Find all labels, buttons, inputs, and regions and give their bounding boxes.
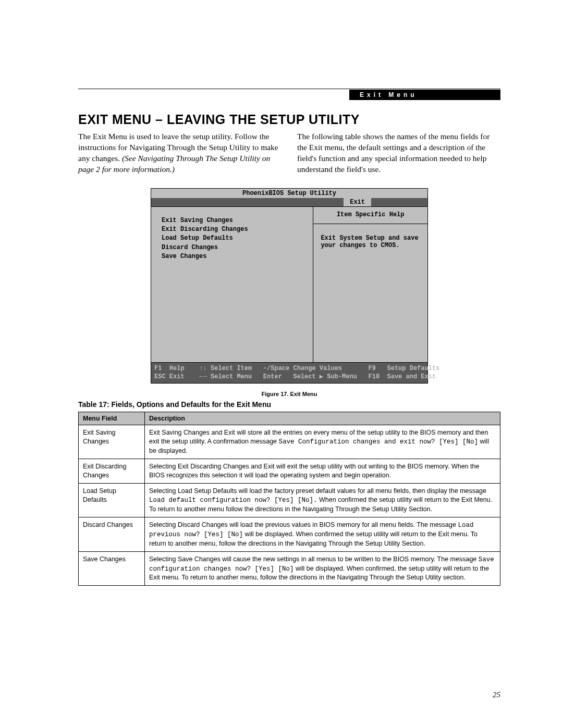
bios-footer-row2: ESC Exit ←→ Select Menu Enter Select ▶ S… <box>154 373 424 381</box>
table-header-description: Description <box>145 412 500 425</box>
desc-pre: Selecting Discard Changes will load the … <box>149 521 458 528</box>
bios-help-body: Exit System Setup and save your changes … <box>321 235 420 249</box>
table-row: Exit Discarding Changes Selecting Exit D… <box>79 459 500 484</box>
table-row: Discard Changes Selecting Discard Change… <box>79 517 500 552</box>
bios-menu-list: Exit Saving Changes Exit Discarding Chan… <box>151 207 313 362</box>
desc-code: Save Configuration changes and exit now?… <box>279 438 479 446</box>
table-cell-field: Exit Discarding Changes <box>79 459 145 484</box>
bios-tabbar: Exit <box>151 198 427 206</box>
table-caption: Table 17: Fields, Options and Defaults f… <box>78 400 500 409</box>
bios-body: Exit Saving Changes Exit Discarding Chan… <box>151 206 427 362</box>
table-row: Exit Saving Changes Exit Saving Changes … <box>79 425 500 459</box>
table-cell-field: Discard Changes <box>79 517 145 552</box>
bios-title: PhoenixBIOS Setup Utility <box>151 189 427 198</box>
table-cell-description: Selecting Exit Discarding Changes and Ex… <box>145 459 500 484</box>
fields-table: Menu Field Description Exit Saving Chang… <box>78 412 500 586</box>
desc-pre: Selecting Load Setup Defaults will load … <box>149 487 486 495</box>
section-header-label: Exit Menu <box>349 90 500 100</box>
bios-menu-item: Exit Saving Changes <box>162 216 305 225</box>
page-heading: EXIT MENU – LEAVING THE SETUP UTILITY <box>78 112 500 127</box>
bios-footer: F1 Help ↑↓ Select Item -/Space Change Va… <box>151 362 427 383</box>
intro-right: The following table shows the names of t… <box>297 131 500 175</box>
bios-help-title: Item Specific Help <box>321 211 420 221</box>
desc-code: Load default configuration now? [Yes] [N… <box>149 497 317 504</box>
bios-menu-item: Load Setup Defaults <box>162 234 305 243</box>
bios-help-separator <box>313 224 427 224</box>
table-cell-field: Save Changes <box>79 551 145 586</box>
intro-columns: The Exit Menu is used to leave the setup… <box>78 131 500 175</box>
table-header-field: Menu Field <box>79 412 145 425</box>
page-number: 25 <box>493 690 500 699</box>
table-row: Load Setup Defaults Selecting Load Setup… <box>79 484 500 517</box>
bios-menu-item: Exit Discarding Changes <box>162 225 305 234</box>
bios-screenshot: PhoenixBIOS Setup Utility Exit Exit Savi… <box>151 188 428 384</box>
table-cell-description: Selecting Discard Changes will load the … <box>145 517 500 552</box>
table-cell-description: Selecting Save Changes will cause the ne… <box>145 551 500 586</box>
bios-footer-row1: F1 Help ↑↓ Select Item -/Space Change Va… <box>154 364 424 373</box>
top-rule <box>78 89 500 89</box>
bios-help-panel: Item Specific Help Exit System Setup and… <box>313 207 427 362</box>
intro-left: The Exit Menu is used to leave the setup… <box>78 131 282 175</box>
table-row: Save Changes Selecting Save Changes will… <box>79 551 500 586</box>
figure-caption: Figure 17. Exit Menu <box>78 391 500 397</box>
bios-tab-exit: Exit <box>344 198 371 206</box>
table-cell-description: Exit Saving Changes and Exit will store … <box>145 425 500 459</box>
bios-menu-item: Discard Changes <box>162 243 305 252</box>
desc-pre: Selecting Exit Discarding Changes and Ex… <box>149 463 479 479</box>
document-page: Exit Menu EXIT MENU – LEAVING THE SETUP … <box>0 0 563 728</box>
bios-menu-item: Save Changes <box>162 252 305 261</box>
table-cell-field: Exit Saving Changes <box>79 425 145 459</box>
table-cell-description: Selecting Load Setup Defaults will load … <box>145 484 500 517</box>
table-cell-field: Load Setup Defaults <box>79 484 145 517</box>
desc-pre: Selecting Save Changes will cause the ne… <box>149 556 479 563</box>
